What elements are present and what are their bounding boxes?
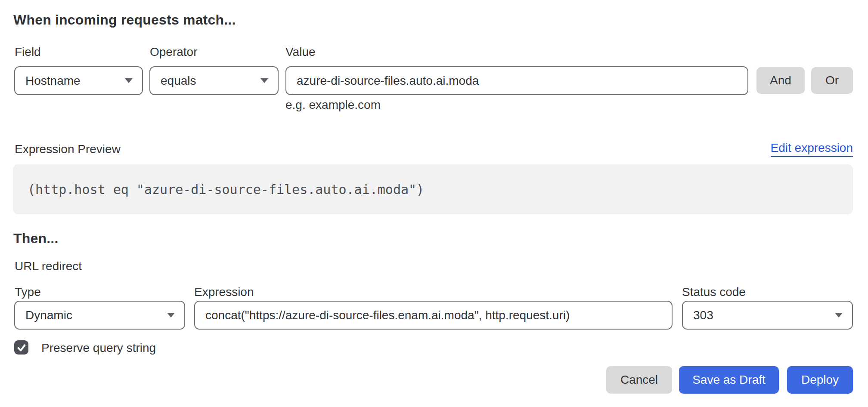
type-label: Type: [15, 285, 41, 299]
preserve-query-checkbox[interactable]: [14, 340, 28, 355]
redirect-rule-editor: When incoming requests match... Field Op…: [0, 0, 868, 407]
action-type-label: URL redirect: [15, 259, 82, 274]
redirect-type-value: Dynamic: [25, 308, 72, 322]
and-button[interactable]: And: [756, 67, 805, 94]
redirect-expression-input[interactable]: [195, 302, 672, 329]
redirect-expression-wrapper: [194, 301, 673, 330]
chevron-down-icon: [835, 313, 843, 318]
value-helper-text: e.g. example.com: [285, 98, 381, 112]
field-label: Field: [15, 45, 41, 59]
match-section-title: When incoming requests match...: [13, 12, 236, 28]
edit-expression-link[interactable]: Edit expression: [771, 141, 853, 157]
status-code-label: Status code: [682, 285, 746, 299]
expression-preview-label: Expression Preview: [15, 142, 121, 157]
value-label: Value: [285, 45, 316, 59]
status-code-select[interactable]: 303: [682, 301, 853, 330]
preserve-query-label: Preserve query string: [41, 341, 156, 355]
expression-preview-codeblock: (http.host eq "azure-di-source-files.aut…: [13, 164, 853, 214]
check-icon: [17, 343, 26, 352]
save-as-draft-button[interactable]: Save as Draft: [679, 366, 779, 394]
operator-select-value: equals: [161, 74, 196, 88]
expression-preview-code: (http.host eq "azure-di-source-files.aut…: [28, 182, 424, 197]
value-input[interactable]: [286, 67, 747, 94]
then-section-title: Then...: [13, 231, 59, 247]
chevron-down-icon: [167, 313, 175, 318]
operator-select[interactable]: equals: [149, 66, 279, 95]
redirect-expression-label: Expression: [194, 285, 254, 299]
deploy-button[interactable]: Deploy: [787, 366, 853, 394]
field-select-value: Hostname: [25, 74, 81, 88]
cancel-button[interactable]: Cancel: [606, 366, 672, 394]
redirect-type-select[interactable]: Dynamic: [14, 301, 185, 330]
or-button[interactable]: Or: [811, 67, 853, 94]
value-input-wrapper: [285, 66, 748, 95]
status-code-value: 303: [693, 308, 713, 322]
field-select[interactable]: Hostname: [14, 66, 143, 95]
chevron-down-icon: [260, 78, 268, 83]
chevron-down-icon: [125, 78, 133, 83]
operator-label: Operator: [150, 45, 198, 59]
